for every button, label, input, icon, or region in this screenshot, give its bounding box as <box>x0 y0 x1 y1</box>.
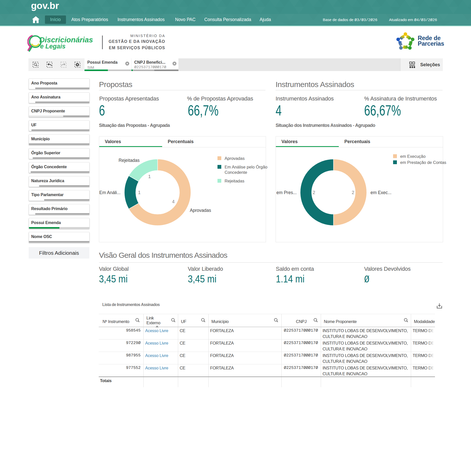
svg-text:e Legais: e Legais <box>40 43 65 50</box>
